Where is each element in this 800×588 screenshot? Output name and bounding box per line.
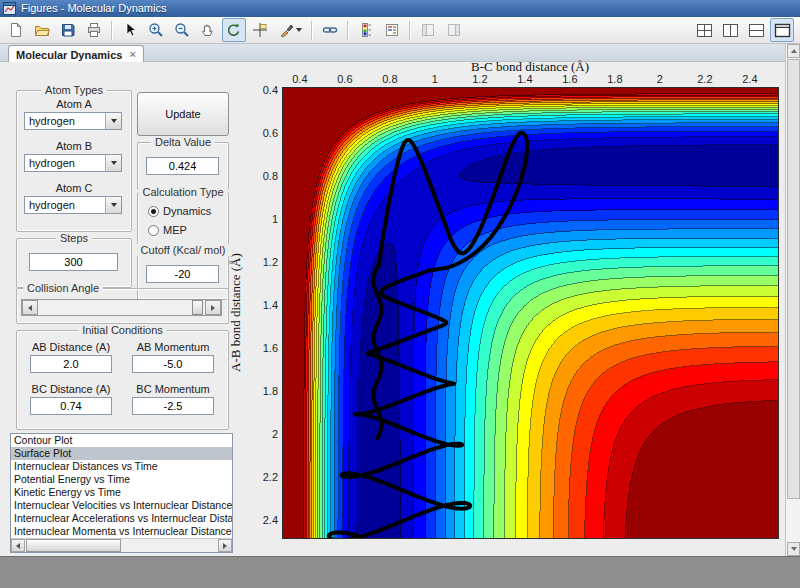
new-figure-button[interactable]	[4, 18, 28, 42]
dropdown-arrow-icon[interactable]	[105, 113, 121, 129]
zoom-out-button[interactable]	[170, 18, 194, 42]
dropdown-arrow-icon[interactable]	[105, 197, 121, 213]
x-tick-label: 1.4	[505, 73, 545, 85]
pan-tool-button[interactable]	[196, 18, 220, 42]
layout-rows-button[interactable]	[744, 18, 768, 42]
slider-thumb[interactable]	[192, 300, 203, 315]
y-tick-label: 2	[246, 428, 278, 440]
open-file-button[interactable]	[30, 18, 54, 42]
hide-plot-tools-button[interactable]	[416, 18, 440, 42]
tab-close-icon[interactable]: ×	[129, 49, 135, 60]
y-tick-label: 0.4	[246, 84, 278, 96]
plot-type-listbox[interactable]: Contour PlotSurface PlotInternuclear Dis…	[10, 433, 233, 553]
scroll-left-arrow-icon[interactable]	[11, 539, 25, 552]
x-tick-label: 1	[415, 73, 455, 85]
y-tick-label: 0.8	[246, 170, 278, 182]
link-plots-button[interactable]	[318, 18, 342, 42]
radio-unselected-icon	[148, 225, 159, 236]
y-tick-label: 1.6	[246, 342, 278, 354]
y-tick-label: 2.4	[246, 514, 278, 526]
app-icon	[3, 2, 16, 15]
y-tick-label: 2.2	[246, 471, 278, 483]
radio-dynamics-label: Dynamics	[163, 205, 211, 217]
insert-colorbar-button[interactable]	[354, 18, 378, 42]
brush-data-button[interactable]	[274, 18, 306, 42]
titlebar[interactable]: Figures - Molecular Dynamics	[0, 0, 800, 17]
x-tick-label: 0.8	[370, 73, 410, 85]
list-item[interactable]: Internuclear Velocities vs Internuclear …	[11, 499, 232, 512]
scroll-up-arrow-icon[interactable]	[787, 44, 800, 58]
calculation-type-title: Calculation Type	[138, 186, 227, 198]
atom-b-dropdown[interactable]: hydrogen	[24, 154, 122, 172]
steps-field[interactable]	[29, 253, 118, 271]
data-cursor-button[interactable]	[248, 18, 272, 42]
pointer-tool-button[interactable]	[118, 18, 142, 42]
radio-dynamics[interactable]: Dynamics	[148, 205, 211, 217]
save-figure-button[interactable]	[56, 18, 80, 42]
x-tick-label: 0.4	[280, 73, 320, 85]
list-item[interactable]: Contour Plot	[11, 434, 232, 447]
listbox-horizontal-scrollbar[interactable]	[11, 538, 232, 552]
ab-momentum-field[interactable]	[132, 355, 214, 373]
tab-molecular-dynamics[interactable]: Molecular Dynamics ×	[8, 45, 144, 63]
x-tick-label: 2.4	[730, 73, 770, 85]
radio-mep[interactable]: MEP	[148, 224, 187, 236]
list-item[interactable]: Kinetic Energy vs Time	[11, 486, 232, 499]
atom-c-value: hydrogen	[25, 199, 105, 211]
y-tick-label: 0.6	[246, 127, 278, 139]
print-figure-button[interactable]	[82, 18, 106, 42]
figure-vertical-scrollbar[interactable]	[785, 44, 800, 556]
delta-value-panel: Delta Value	[137, 142, 229, 190]
slider-left-arrow-icon[interactable]	[22, 300, 38, 315]
bc-momentum-field[interactable]	[132, 397, 214, 415]
atom-c-dropdown[interactable]: hydrogen	[24, 196, 122, 214]
rotate-3d-button[interactable]	[222, 18, 246, 42]
atom-types-title: Atom Types	[41, 84, 107, 96]
dropdown-arrow-icon[interactable]	[105, 155, 121, 171]
figures-window: Figures - Molecular Dynamics	[0, 0, 800, 588]
list-item[interactable]: Internuclear Distances vs Time	[11, 460, 232, 473]
y-axis-title: A-B bond distance (Å)	[228, 88, 244, 538]
x-tick-label: 1.6	[550, 73, 590, 85]
layout-grid-button[interactable]	[692, 18, 716, 42]
toolbar-separator	[347, 21, 349, 40]
show-plot-tools-button[interactable]	[442, 18, 466, 42]
x-tick-label: 1.2	[460, 73, 500, 85]
calculation-type-panel: Calculation Type Dynamics MEP	[137, 192, 229, 248]
atom-a-value: hydrogen	[25, 115, 105, 127]
ab-distance-field[interactable]	[30, 355, 112, 373]
collision-angle-slider[interactable]	[21, 299, 222, 316]
list-item[interactable]: Potential Energy vs Time	[11, 473, 232, 486]
y-tick-label: 1.8	[246, 385, 278, 397]
bc-distance-label: BC Distance (A)	[23, 383, 119, 395]
scroll-right-arrow-icon[interactable]	[218, 539, 232, 552]
list-item[interactable]: Internuclear Accelerations vs Internucle…	[11, 512, 232, 525]
vertical-scroll-thumb[interactable]	[787, 59, 800, 499]
y-tick-label: 1.2	[246, 256, 278, 268]
cutoff-title: Cutoff (Kcal/ mol)	[137, 244, 230, 256]
collision-angle-panel: Collision Angle	[16, 288, 229, 324]
bc-distance-field[interactable]	[30, 397, 112, 415]
layout-single-button[interactable]	[770, 18, 794, 42]
radio-mep-label: MEP	[163, 224, 187, 236]
scroll-thumb[interactable]	[26, 539, 121, 552]
slider-right-arrow-icon[interactable]	[205, 300, 221, 315]
bc-momentum-label: BC Momentum	[125, 383, 221, 395]
contour-plot[interactable]	[282, 87, 779, 539]
list-item[interactable]: Surface Plot	[11, 447, 232, 460]
brush-dropdown-arrow-icon[interactable]	[296, 28, 302, 32]
atom-a-dropdown[interactable]: hydrogen	[24, 112, 122, 130]
cutoff-field[interactable]	[146, 265, 219, 283]
window-bottom-background	[0, 556, 800, 588]
scroll-down-arrow-icon[interactable]	[787, 542, 800, 556]
toolbar-separator	[111, 21, 113, 40]
insert-legend-button[interactable]	[380, 18, 404, 42]
plot-type-items: Contour PlotSurface PlotInternuclear Dis…	[11, 434, 232, 538]
update-button[interactable]: Update	[137, 92, 229, 136]
list-item[interactable]: Internuclear Momenta vs Internuclear Dis…	[11, 525, 232, 538]
layout-buttons-group	[692, 18, 794, 42]
zoom-in-button[interactable]	[144, 18, 168, 42]
delta-value-field[interactable]	[146, 157, 219, 175]
layout-columns-button[interactable]	[718, 18, 742, 42]
ab-momentum-label: AB Momentum	[125, 341, 221, 353]
